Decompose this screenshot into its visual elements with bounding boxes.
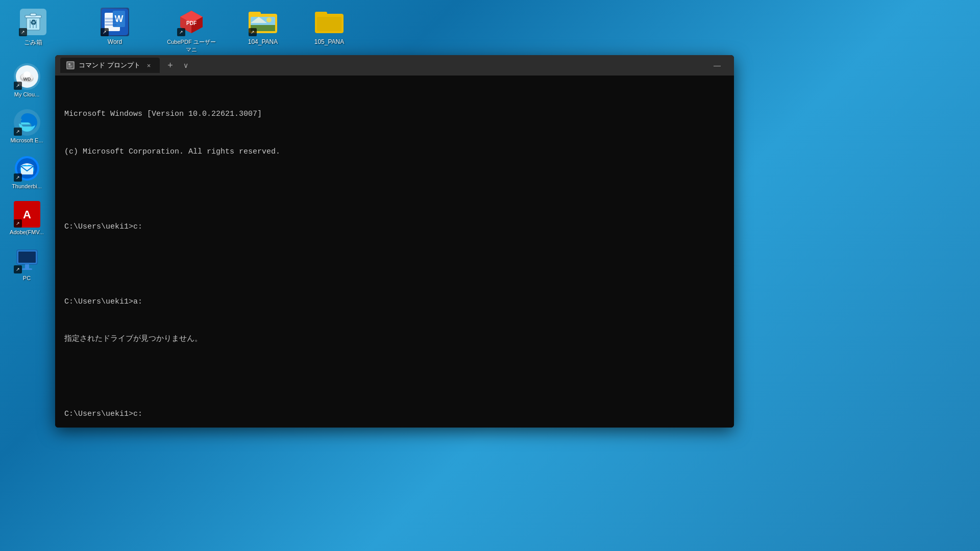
- terminal-line-5: C:\Users\ueki1>a:: [64, 295, 725, 309]
- cloud-icon-img: WD ↗: [14, 63, 40, 90]
- folder-105-label: 105_PANA: [314, 38, 344, 45]
- shortcut-arrow-pc: ↗: [14, 265, 22, 273]
- adobe-icon-img: A ↗: [14, 201, 40, 228]
- desktop-icon-word[interactable]: W ════ ════ ════ ↗ Word: [92, 5, 138, 48]
- pc-icon-img: ↗: [14, 247, 40, 273]
- new-tab-button[interactable]: +: [163, 58, 178, 73]
- terminal-titlebar: コマンド プロンプト × + ∨ —: [55, 55, 734, 76]
- svg-rect-3: [30, 13, 36, 16]
- word-label: Word: [108, 38, 122, 45]
- folder-104-icon-img: ↗: [249, 8, 277, 36]
- pc-label: PC: [23, 275, 31, 281]
- svg-rect-28: [317, 17, 341, 31]
- desktop-icon-104pana[interactable]: ↗ 104_PANA: [240, 5, 286, 48]
- svg-rect-52: [68, 67, 71, 67]
- recycle-bin-icon-img: ♻ ↗: [19, 8, 47, 36]
- terminal-line-2: [64, 183, 725, 196]
- terminal-tab[interactable]: コマンド プロンプト ×: [60, 58, 160, 73]
- desktop-icon-adobe[interactable]: A ↗ Adobe(FMV...: [5, 199, 48, 237]
- svg-text:A: A: [23, 208, 31, 221]
- desktop-icon-edge[interactable]: ↗ Microsoft E...: [5, 107, 48, 145]
- svg-point-25: [266, 17, 272, 22]
- minimize-button[interactable]: —: [705, 58, 729, 73]
- terminal-line-0: Microsoft Windows [Version 10.0.22621.30…: [64, 108, 725, 121]
- svg-rect-50: [68, 63, 70, 65]
- desktop-icon-105pana[interactable]: 105_PANA: [306, 5, 352, 48]
- thunderbird-label: Thunderbi...: [12, 183, 42, 189]
- svg-rect-21: [249, 12, 261, 17]
- desktop-icon-cubepdf[interactable]: PDF ↗ CubePDF ユーザーマニ: [163, 5, 219, 56]
- terminal-line-1: (c) Microsoft Corporation. All rights re…: [64, 145, 725, 159]
- shortcut-arrow-thunderbird: ↗: [14, 173, 22, 182]
- svg-rect-51: [68, 66, 72, 66]
- svg-text:════: ════: [105, 22, 117, 27]
- svg-rect-47: [25, 264, 29, 268]
- shortcut-arrow-edge: ↗: [14, 128, 22, 136]
- terminal-line-8: C:\Users\ueki1>c:: [64, 408, 725, 421]
- terminal-line-6: 指定されたドライブが見つかりません。: [64, 333, 725, 346]
- svg-text:WD: WD: [23, 77, 31, 82]
- left-sidebar-icons: WD ↗ My Clou... ↗ Microsoft E...: [5, 61, 48, 283]
- terminal-line-4: [64, 258, 725, 271]
- edge-icon-img: ↗: [14, 109, 40, 136]
- terminal-tab-icon: [66, 61, 75, 69]
- adobe-label: Adobe(FMV...: [10, 229, 44, 235]
- terminal-body[interactable]: Microsoft Windows [Version 10.0.22621.30…: [55, 76, 734, 428]
- desktop-icon-recycle-bin[interactable]: ♻ ↗ ごみ箱: [10, 5, 56, 49]
- folder-104-label: 104_PANA: [248, 38, 278, 45]
- cloud-label: My Clou...: [14, 91, 40, 97]
- terminal-line-7: [64, 370, 725, 384]
- desktop-icon-thunderbird[interactable]: ↗ Thunderbi...: [5, 153, 48, 191]
- terminal-tab-label: コマンド プロンプト: [79, 61, 140, 70]
- folder-105-icon: [315, 8, 344, 36]
- svg-text:PDF: PDF: [186, 20, 197, 26]
- shortcut-arrow-adobe: ↗: [14, 219, 22, 228]
- svg-text:♻: ♻: [30, 18, 37, 27]
- cubepdf-icon-img: PDF ↗: [177, 8, 206, 36]
- svg-rect-46: [18, 252, 36, 263]
- desktop-icon-pc[interactable]: ↗ PC: [5, 245, 48, 283]
- shortcut-arrow-word: ↗: [101, 28, 109, 36]
- desktop-icon-mycloud[interactable]: WD ↗ My Clou...: [5, 61, 48, 99]
- svg-rect-48: [22, 268, 32, 270]
- terminal-tab-close-btn[interactable]: ×: [144, 61, 154, 70]
- terminal-window: コマンド プロンプト × + ∨ — Microsoft Windows [Ve…: [55, 55, 734, 428]
- svg-rect-27: [315, 12, 327, 17]
- recycle-bin-label: ごみ箱: [24, 38, 42, 47]
- word-icon-img: W ════ ════ ════ ↗: [101, 8, 129, 36]
- shortcut-arrow-cloud: ↗: [14, 82, 22, 90]
- tab-dropdown-button[interactable]: ∨: [178, 58, 193, 73]
- thunderbird-icon-img: ↗: [14, 155, 40, 182]
- edge-label: Microsoft E...: [10, 137, 43, 143]
- folder-105-icon-img: [315, 8, 344, 36]
- desktop-top-icons: ♻ ↗ ごみ箱 W ════ ════ ════ ↗ Word: [10, 5, 352, 56]
- cubepdf-label: CubePDF ユーザーマニ: [166, 38, 217, 54]
- shortcut-arrow-104: ↗: [249, 28, 257, 36]
- shortcut-arrow-recycle: ↗: [19, 28, 27, 36]
- terminal-line-3: C:\Users\ueki1>c:: [64, 220, 725, 234]
- shortcut-arrow-cubepdf: ↗: [177, 28, 185, 36]
- svg-rect-49: [67, 62, 74, 68]
